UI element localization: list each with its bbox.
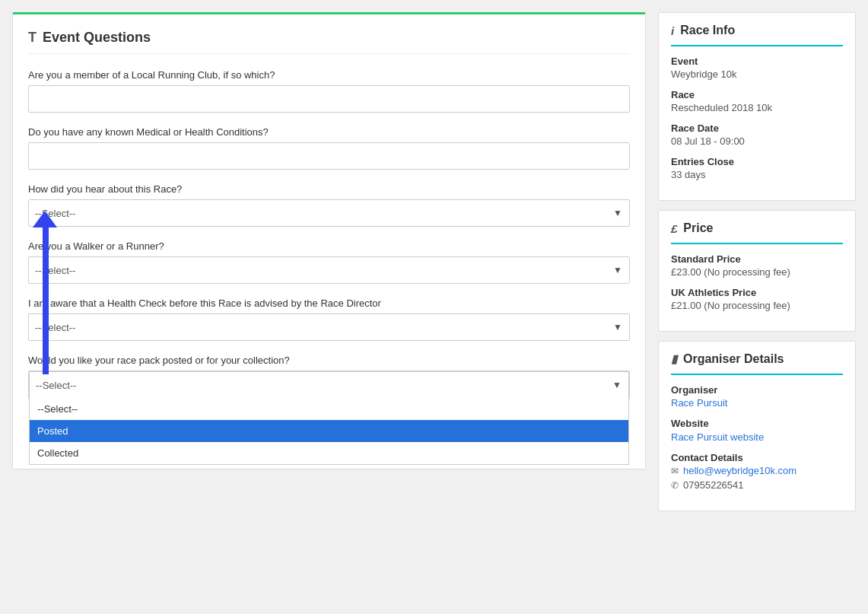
organiser-card: ▮ Organiser Details Organiser Race Pursu… bbox=[658, 341, 856, 511]
organiser-field: Organiser Race Pursuit bbox=[671, 384, 843, 409]
panel-title: T Event Questions bbox=[28, 30, 630, 54]
dropdown-options: --Select-- Posted Collected bbox=[29, 398, 629, 465]
sidebar: i Race Info Event Weybridge 10k Race Res… bbox=[658, 12, 856, 511]
price-card: £ Price Standard Price £23.00 (No proces… bbox=[658, 210, 856, 332]
organiser-value[interactable]: Race Pursuit bbox=[671, 397, 843, 409]
question-4: Are you a Walker or a Runner? --Select--… bbox=[28, 240, 630, 284]
race-value: Rescheduled 2018 10k bbox=[671, 102, 843, 113]
standard-price-field: Standard Price £23.00 (No processing fee… bbox=[671, 253, 843, 278]
blue-arrow-shaft bbox=[43, 226, 49, 374]
question-4-label: Are you a Walker or a Runner? bbox=[28, 240, 630, 252]
uka-price-field: UK Athletics Price £21.00 (No processing… bbox=[671, 287, 843, 311]
panel-title-text: Event Questions bbox=[43, 30, 151, 46]
race-label: Race bbox=[671, 89, 843, 100]
text-icon: T bbox=[28, 30, 37, 46]
website-link[interactable]: Race Pursuit website bbox=[671, 431, 764, 443]
dropdown-option-select[interactable]: --Select-- bbox=[30, 398, 628, 420]
email-value[interactable]: hello@weybridge10k.com bbox=[683, 465, 796, 476]
race-field: Race Rescheduled 2018 10k bbox=[671, 89, 843, 113]
question-4-select-wrapper: --Select-- ▼ bbox=[28, 256, 630, 284]
race-info-card: i Race Info Event Weybridge 10k Race Res… bbox=[658, 12, 856, 201]
dropdown-option-posted[interactable]: Posted bbox=[30, 420, 628, 442]
question-5-label: I am aware that a Health Check before th… bbox=[28, 297, 630, 309]
email-icon: ✉ bbox=[671, 466, 679, 476]
race-date-value: 08 Jul 18 - 09:00 bbox=[671, 135, 843, 147]
phone-value: 07955226541 bbox=[683, 479, 744, 491]
question-1-label: Are you a member of a Local Running Club… bbox=[28, 69, 630, 81]
organiser-label: Organiser bbox=[671, 384, 843, 396]
pound-icon: £ bbox=[671, 222, 677, 235]
entries-close-label: Entries Close bbox=[671, 156, 843, 167]
entries-close-field: Entries Close 33 days bbox=[671, 156, 843, 180]
question-6-select[interactable]: --Select-- Posted Collected bbox=[29, 371, 629, 399]
phone-icon: ✆ bbox=[671, 480, 679, 491]
organiser-title: ▮ Organiser Details bbox=[671, 352, 843, 375]
standard-price-value: £23.00 (No processing fee) bbox=[671, 266, 843, 278]
info-icon: i bbox=[671, 24, 674, 37]
contact-label: Contact Details bbox=[671, 452, 843, 463]
race-date-field: Race Date 08 Jul 18 - 09:00 bbox=[671, 122, 843, 147]
question-1: Are you a member of a Local Running Club… bbox=[28, 69, 630, 113]
phone-row: ✆ 07955226541 bbox=[671, 479, 843, 491]
organiser-title-text: Organiser Details bbox=[683, 352, 784, 366]
question-5: I am aware that a Health Check before th… bbox=[28, 297, 630, 341]
race-info-title-text: Race Info bbox=[680, 24, 735, 37]
race-info-title: i Race Info bbox=[671, 24, 843, 46]
dropdown-option-collected[interactable]: Collected bbox=[30, 442, 628, 464]
price-title: £ Price bbox=[671, 221, 843, 244]
blue-arrow-head bbox=[33, 211, 57, 227]
question-3: How did you hear about this Race? --Sele… bbox=[28, 183, 630, 227]
question-3-select-wrapper: --Select-- ▼ bbox=[28, 199, 630, 227]
bookmark-icon: ▮ bbox=[671, 352, 677, 366]
email-row: ✉ hello@weybridge10k.com bbox=[671, 465, 843, 476]
website-field: Website Race Pursuit website bbox=[671, 418, 843, 443]
uka-price-value: £21.00 (No processing fee) bbox=[671, 300, 843, 311]
question-4-select[interactable]: --Select-- bbox=[28, 256, 630, 284]
uka-price-label: UK Athletics Price bbox=[671, 287, 843, 298]
event-field: Event Weybridge 10k bbox=[671, 56, 843, 80]
contact-field: Contact Details ✉ hello@weybridge10k.com… bbox=[671, 452, 843, 491]
event-value: Weybridge 10k bbox=[671, 68, 843, 80]
question-5-select-wrapper: --Select-- ▼ bbox=[28, 313, 630, 341]
standard-price-label: Standard Price bbox=[671, 253, 843, 265]
event-label: Event bbox=[671, 56, 843, 67]
race-date-label: Race Date bbox=[671, 122, 843, 134]
question-6-select-wrapper: --Select-- Posted Collected ▼ --Select--… bbox=[28, 371, 630, 399]
question-6: Would you like your race pack posted or … bbox=[28, 355, 630, 399]
question-2-label: Do you have any known Medical or Health … bbox=[28, 126, 630, 138]
question-5-select[interactable]: --Select-- bbox=[28, 313, 630, 341]
question-6-label: Would you like your race pack posted or … bbox=[28, 355, 630, 366]
question-2-input[interactable] bbox=[28, 142, 630, 170]
question-3-label: How did you hear about this Race? bbox=[28, 183, 630, 195]
question-2: Do you have any known Medical or Health … bbox=[28, 126, 630, 170]
entries-close-value: 33 days bbox=[671, 169, 843, 180]
price-title-text: Price bbox=[683, 221, 713, 235]
question-1-input[interactable] bbox=[28, 85, 630, 113]
website-label: Website bbox=[671, 418, 843, 429]
question-3-select[interactable]: --Select-- bbox=[28, 199, 630, 227]
